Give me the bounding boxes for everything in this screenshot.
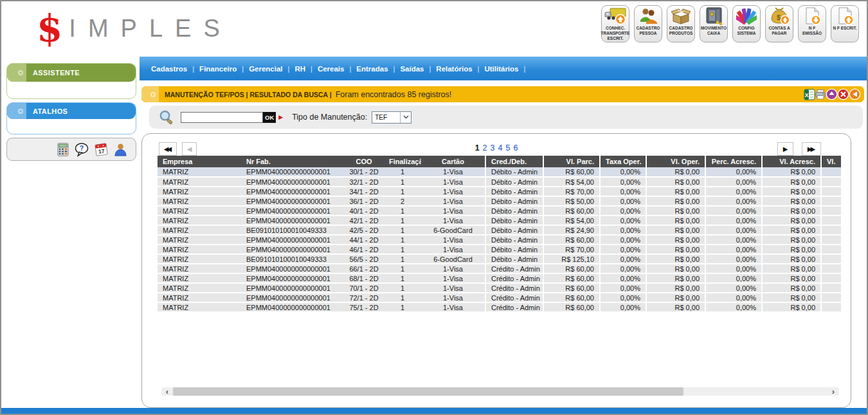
user-icon[interactable] bbox=[113, 142, 128, 157]
table-row[interactable]: MATRIZEPMM040000000000000146/1 - 2D11-Vi… bbox=[158, 244, 841, 254]
page-number-5[interactable]: 5 bbox=[505, 143, 510, 152]
toolbar-button-config-sistema[interactable]: CONFIG SISTEMA bbox=[732, 5, 761, 42]
cell: 0,00% bbox=[600, 235, 646, 244]
table-row[interactable]: MATRIZEPMM040000000000000134/1 - 2D11-Vi… bbox=[158, 187, 841, 196]
toolbar-button-nf-emissao[interactable]: N F EMISSÃO bbox=[798, 5, 826, 42]
table-row[interactable]: MATRIZEPMM040000000000000142/1 - 2D11-Vi… bbox=[158, 216, 841, 225]
table-row[interactable]: MATRIZEPMM040000000000000130/1 - 2D11-Vi… bbox=[158, 167, 841, 177]
menu-item-5[interactable]: Entradas bbox=[356, 65, 388, 73]
cell: EPMM0400000000000001 bbox=[241, 235, 344, 244]
calendar-icon[interactable]: 17 bbox=[94, 142, 109, 157]
menu-item-6[interactable]: Saídas bbox=[400, 65, 424, 73]
cell: 1-Visa bbox=[421, 235, 485, 244]
search-input[interactable] bbox=[181, 112, 263, 123]
menu-item-7[interactable]: Relatórios bbox=[436, 65, 472, 73]
toolbar-button-nf-escrituracao[interactable]: N F ESCRIT. bbox=[831, 5, 859, 42]
page-number-6[interactable]: 6 bbox=[513, 143, 518, 152]
sidebar-header-atalhos[interactable]: ATALHOS bbox=[7, 103, 136, 119]
cell: 0,00% bbox=[600, 196, 646, 206]
cell: 0,00% bbox=[705, 235, 762, 244]
cell: 0,00% bbox=[705, 283, 762, 293]
toolbar-button-contas-a-pagar[interactable]: $ CONTAS A PAGAR bbox=[765, 5, 793, 42]
page-number-2[interactable]: 2 bbox=[483, 143, 487, 152]
calculator-icon[interactable] bbox=[57, 142, 69, 157]
column-header-9[interactable]: Perc. Acresc. bbox=[705, 156, 762, 167]
column-header-2[interactable]: COO bbox=[344, 156, 384, 167]
cell: 1 bbox=[384, 244, 421, 254]
toolbar-button-movimento-caixa[interactable]: MOVIMENTO CAIXA bbox=[700, 5, 728, 42]
menu-item-1[interactable]: Financeiro bbox=[199, 65, 237, 73]
cell: 56/5 - 2D bbox=[344, 254, 384, 264]
toolbar: CONHEC. TRANSPORTE ESCRIT. CADASTRO PESS… bbox=[601, 5, 859, 42]
column-header-7[interactable]: Taxa Oper. bbox=[600, 156, 646, 167]
table-row[interactable]: MATRIZEPMM040000000000000140/1 - 2D11-Vi… bbox=[158, 206, 841, 216]
cell: 0,00% bbox=[600, 187, 646, 196]
table-row[interactable]: MATRIZEPMM040000000000000170/1 - 2D11-Vi… bbox=[158, 283, 841, 293]
toolbar-button-cadastro-pessoa[interactable]: CADASTRO PESSOA bbox=[634, 5, 662, 42]
next-page-button[interactable]: ▶ bbox=[777, 142, 793, 156]
menu-item-8[interactable]: Utilitários bbox=[484, 65, 518, 73]
toolbar-button-cadastro-produtos[interactable]: CADASTRO PRODUTOS bbox=[667, 5, 695, 42]
table-row[interactable]: MATRIZEPMM040000000000000144/1 - 2D11-Vi… bbox=[158, 235, 841, 244]
menu-separator: | bbox=[242, 65, 244, 73]
excel-icon[interactable]: X bbox=[804, 89, 815, 100]
cell: R$ 0,00 bbox=[762, 177, 821, 187]
cell: 1 bbox=[384, 273, 421, 283]
menu-item-0[interactable]: Cadastros bbox=[151, 65, 187, 73]
document-up-icon bbox=[835, 7, 855, 25]
page-number-1[interactable]: 1 bbox=[475, 143, 480, 152]
cell bbox=[821, 273, 841, 283]
tipo-manutencao-select[interactable]: TEF bbox=[372, 111, 411, 124]
people-icon bbox=[638, 7, 658, 25]
back-icon[interactable] bbox=[849, 88, 861, 100]
last-page-button[interactable]: ▶▶ bbox=[802, 142, 821, 156]
column-header-11[interactable]: Vl. bbox=[821, 156, 841, 167]
cell: 0,00% bbox=[600, 167, 646, 177]
column-header-1[interactable]: Nr Fab. bbox=[241, 156, 344, 167]
menu-item-4[interactable]: Cereais bbox=[318, 65, 345, 73]
cell: 34/1 - 2D bbox=[344, 187, 384, 196]
cell: Débito - Admin bbox=[485, 235, 543, 244]
column-header-6[interactable]: Vl. Parc. bbox=[543, 156, 600, 167]
help-icon[interactable]: ? bbox=[74, 142, 89, 157]
results-table: EmpresaNr Fab.COOFinalizaçãoCartãoCred./… bbox=[158, 156, 841, 313]
table-row[interactable]: MATRIZEPMM040000000000000172/1 - 2D11-Vi… bbox=[158, 293, 841, 302]
column-header-0[interactable]: Empresa bbox=[158, 156, 241, 167]
printer-icon[interactable] bbox=[815, 89, 826, 100]
table-row[interactable]: MATRIZBE09101010001004933342/5 - 2D16-Go… bbox=[158, 225, 841, 235]
page-number-4[interactable]: 4 bbox=[498, 143, 503, 152]
scrollbar-track[interactable] bbox=[173, 387, 827, 396]
close-icon[interactable] bbox=[837, 88, 849, 100]
table-row[interactable]: MATRIZEPMM040000000000000132/1 - 2D11-Vi… bbox=[158, 177, 841, 187]
purple-up-icon[interactable] bbox=[826, 88, 838, 100]
cell: R$ 0,00 bbox=[646, 196, 705, 206]
table-row[interactable]: MATRIZEPMM040000000000000136/1 - 2D21-Vi… bbox=[158, 196, 841, 206]
scrollbar-thumb[interactable] bbox=[173, 387, 683, 396]
cell: Débito - Admin bbox=[485, 225, 543, 235]
ok-button[interactable]: OK bbox=[263, 112, 276, 123]
cell: 0,00% bbox=[705, 167, 762, 177]
menu-item-3[interactable]: RH bbox=[294, 65, 305, 73]
cell: 1 bbox=[384, 216, 421, 225]
page-number-3[interactable]: 3 bbox=[491, 143, 495, 152]
column-header-3[interactable]: Finalização bbox=[384, 156, 421, 167]
table-row[interactable]: MATRIZEPMM040000000000000166/1 - 2D11-Vi… bbox=[158, 264, 841, 273]
toolbar-button-conhec-transporte[interactable]: CONHEC. TRANSPORTE ESCRIT. bbox=[601, 5, 629, 42]
menu-item-2[interactable]: Gerencial bbox=[249, 65, 282, 73]
assistente-label: ASSISTENTE bbox=[33, 69, 80, 77]
cell: 1 bbox=[384, 254, 421, 264]
cell: R$ 24,90 bbox=[543, 225, 600, 235]
scroll-left-button[interactable]: ‹ bbox=[161, 387, 173, 396]
table-row[interactable]: MATRIZBE09101010001004933356/5 - 2D16-Go… bbox=[158, 254, 841, 264]
sidebar-header-assistente[interactable]: ASSISTENTE bbox=[7, 64, 136, 82]
scroll-right-button[interactable]: › bbox=[827, 387, 839, 396]
column-header-5[interactable]: Cred./Deb. bbox=[485, 156, 543, 167]
table-row[interactable]: MATRIZEPMM040000000000000175/1 - 2D11-Vi… bbox=[158, 302, 841, 312]
cell: R$ 0,00 bbox=[646, 216, 705, 225]
cell bbox=[821, 244, 841, 254]
table-row[interactable]: MATRIZEPMM040000000000000168/1 - 2D11-Vi… bbox=[158, 273, 841, 283]
column-header-10[interactable]: Vl. Acresc. bbox=[762, 156, 821, 167]
column-header-4[interactable]: Cartão bbox=[421, 156, 485, 167]
column-header-8[interactable]: Vl. Oper. bbox=[646, 156, 705, 167]
cell: MATRIZ bbox=[158, 273, 241, 283]
